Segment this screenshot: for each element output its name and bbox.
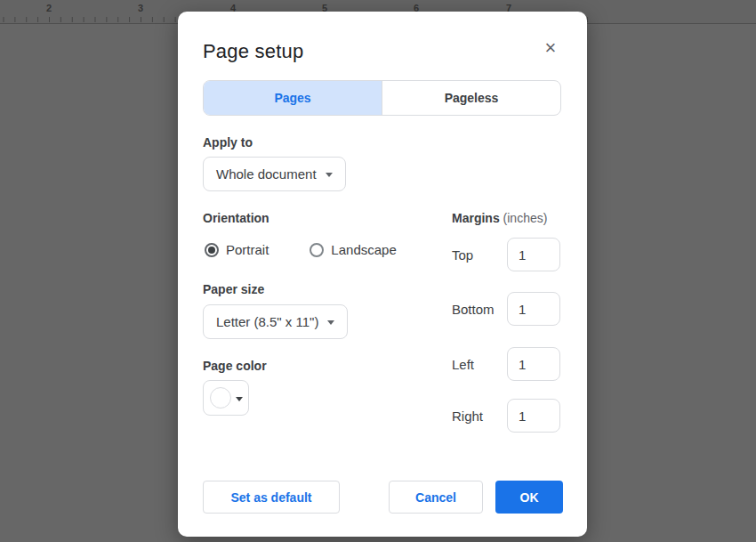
chevron-down-icon (327, 320, 334, 325)
tab-bar: Pages Pageless (203, 80, 561, 116)
tab-pages[interactable]: Pages (204, 81, 382, 115)
landscape-label: Landscape (331, 242, 396, 257)
ruler-number: 3 (138, 3, 143, 13)
paper-size-dropdown[interactable]: Letter (8.5" x 11") (203, 304, 348, 339)
orientation-options: Portrait Landscape (205, 242, 397, 257)
radio-unselected-icon (310, 243, 324, 257)
paper-size-value: Letter (8.5" x 11") (216, 314, 318, 329)
set-as-default-button[interactable]: Set as default (203, 481, 340, 514)
margin-left-input[interactable] (507, 347, 560, 381)
paper-size-label: Paper size (203, 282, 264, 296)
margins-label: Margins (inches) (452, 211, 547, 225)
margin-top-input[interactable] (507, 238, 560, 271)
ok-button[interactable]: OK (495, 481, 563, 514)
radio-landscape[interactable]: Landscape (310, 242, 396, 257)
cancel-button[interactable]: Cancel (389, 481, 483, 514)
radio-selected-icon (205, 243, 219, 257)
close-button[interactable]: × (541, 38, 560, 58)
portrait-label: Portrait (226, 242, 269, 257)
margin-right-input[interactable] (507, 399, 560, 433)
margin-bottom-input[interactable] (507, 292, 560, 326)
radio-portrait[interactable]: Portrait (205, 242, 269, 257)
margin-left-label: Left (452, 357, 474, 372)
page-setup-dialog: Page setup × Pages Pageless Apply to Who… (178, 12, 587, 537)
apply-to-label: Apply to (203, 135, 253, 150)
chevron-down-icon (236, 397, 243, 401)
page-title: Page setup (203, 40, 303, 63)
margin-bottom-label: Bottom (452, 302, 495, 317)
apply-to-value: Whole document (216, 166, 317, 182)
margin-top-label: Top (452, 247, 473, 263)
margins-unit-label: (inches) (503, 211, 548, 225)
apply-to-dropdown[interactable]: Whole document (203, 157, 346, 191)
color-swatch-white (210, 387, 231, 409)
page-color-dropdown[interactable] (203, 380, 249, 416)
tab-pageless[interactable]: Pageless (382, 81, 560, 115)
margin-right-label: Right (452, 409, 483, 424)
chevron-down-icon (326, 173, 333, 177)
page-color-label: Page color (203, 359, 267, 373)
orientation-label: Orientation (203, 211, 269, 225)
close-icon: × (545, 38, 557, 58)
ruler-number: 2 (46, 3, 52, 13)
